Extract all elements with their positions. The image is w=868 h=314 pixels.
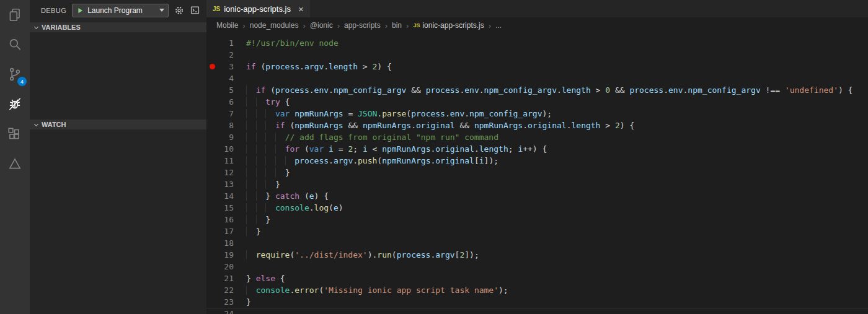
line-number: 13 xyxy=(218,178,246,190)
breakpoint-margin[interactable] xyxy=(206,49,218,61)
debug-console-icon[interactable] xyxy=(190,5,200,15)
vscode-window: 4 DEBUG xyxy=(0,0,868,314)
breakpoint-margin[interactable] xyxy=(206,273,218,284)
watch-section-body xyxy=(30,129,206,314)
code-line: 6 try { xyxy=(206,96,868,108)
line-number: 5 xyxy=(218,84,246,96)
js-file-icon: JS xyxy=(213,6,220,12)
line-number: 6 xyxy=(218,96,246,108)
code-line: 2 xyxy=(206,49,868,61)
breadcrumb-separator: › xyxy=(303,21,305,30)
breadcrumb-item[interactable]: Mobile xyxy=(216,21,238,30)
breakpoint-margin[interactable] xyxy=(206,308,218,314)
line-number: 7 xyxy=(218,108,246,120)
breakpoint-margin[interactable] xyxy=(206,190,218,202)
breadcrumb-item[interactable]: JSionic-app-scripts.js xyxy=(413,21,484,30)
code-line: 20 xyxy=(206,261,868,273)
close-icon[interactable]: × xyxy=(298,4,304,14)
breadcrumb-item[interactable]: ... xyxy=(495,21,502,30)
configure-gear-icon[interactable] xyxy=(174,6,184,15)
source-control-icon[interactable]: 4 xyxy=(0,59,30,89)
breadcrumb-item[interactable]: bin xyxy=(392,21,402,30)
chevron-down-icon xyxy=(34,24,38,28)
search-icon[interactable] xyxy=(0,30,30,59)
variables-section-label: VARIABLES xyxy=(42,24,81,31)
code-line: 5 if (process.env.npm_config_argv && pro… xyxy=(206,84,868,96)
line-number: 24 xyxy=(218,308,246,314)
line-number: 14 xyxy=(218,190,246,202)
variables-section-body xyxy=(30,32,206,120)
start-debug-icon xyxy=(76,7,84,14)
scm-badge: 4 xyxy=(17,77,27,86)
code-line: 8 if (npmRunArgs && npmRunArgs.original … xyxy=(206,120,868,131)
code-line: 24 xyxy=(206,308,868,314)
breadcrumb: Mobile›node_modules›@ionic›app-scripts›b… xyxy=(206,17,868,33)
breakpoint-margin[interactable] xyxy=(206,131,218,143)
code-line: 3if (process.argv.length > 2) { xyxy=(206,61,868,72)
breadcrumb-separator: › xyxy=(385,21,388,30)
code-line: 15 console.log(e) xyxy=(206,202,868,214)
code-line: 10 for (var i = 2; i < npmRunArgs.origin… xyxy=(206,143,868,155)
code-line: 4 xyxy=(206,72,868,84)
code-line: 9 // add flags from original "npm run" c… xyxy=(206,131,868,143)
breadcrumb-separator: › xyxy=(406,21,409,30)
breadcrumb-item[interactable]: @ionic xyxy=(310,21,333,30)
breakpoint-margin[interactable] xyxy=(206,296,218,308)
debug-toolbar: DEBUG Launch Program xyxy=(30,0,206,20)
breadcrumb-item[interactable]: app-scripts xyxy=(344,21,381,30)
extensions-icon[interactable] xyxy=(0,119,30,149)
code-line: 13 } xyxy=(206,178,868,190)
breakpoint-margin[interactable] xyxy=(206,120,218,131)
breakpoint-margin[interactable] xyxy=(206,37,218,49)
watch-section-label: WATCH xyxy=(42,121,66,128)
breakpoint-margin[interactable] xyxy=(206,84,218,96)
code-line: 23} xyxy=(206,296,868,308)
breadcrumb-item[interactable]: node_modules xyxy=(250,21,299,30)
line-number: 18 xyxy=(218,237,246,249)
breakpoint-margin[interactable] xyxy=(206,249,218,261)
js-file-icon: JS xyxy=(413,22,420,28)
editor-group: JS ionic-app-scripts.js × Mobile›node_mo… xyxy=(206,0,868,314)
breakpoint[interactable] xyxy=(206,61,218,72)
variables-section-header[interactable]: VARIABLES xyxy=(30,22,206,32)
breakpoint-margin[interactable] xyxy=(206,214,218,225)
breadcrumb-separator: › xyxy=(242,21,245,30)
code-line: 19 require('../dist/index').run(process.… xyxy=(206,249,868,261)
line-number: 10 xyxy=(218,143,246,155)
line-number: 19 xyxy=(218,249,246,261)
breakpoint-margin[interactable] xyxy=(206,284,218,296)
line-number: 2 xyxy=(218,49,246,61)
explorer-icon[interactable] xyxy=(0,0,30,30)
breakpoint-margin[interactable] xyxy=(206,155,218,167)
line-number: 16 xyxy=(218,214,246,225)
code-line: 14 } catch (e) { xyxy=(206,190,868,202)
breakpoint-margin[interactable] xyxy=(206,167,218,178)
code-line: 18 xyxy=(206,237,868,249)
code-line: 16 } xyxy=(206,214,868,225)
watch-section-header[interactable]: WATCH xyxy=(30,120,206,129)
launch-config-dropdown[interactable]: Launch Program xyxy=(72,4,169,17)
breakpoint-margin[interactable] xyxy=(206,178,218,190)
breakpoint-margin[interactable] xyxy=(206,108,218,120)
line-number: 20 xyxy=(218,261,246,273)
code-editor[interactable]: 1#!/usr/bin/env node23if (process.argv.l… xyxy=(206,33,868,314)
line-number: 11 xyxy=(218,155,246,167)
line-number: 21 xyxy=(218,273,246,284)
triangle-extension-icon[interactable] xyxy=(0,149,30,178)
breakpoint-margin[interactable] xyxy=(206,72,218,84)
breakpoint-margin[interactable] xyxy=(206,96,218,108)
breakpoint-margin[interactable] xyxy=(206,202,218,214)
breadcrumb-separator: › xyxy=(489,21,491,30)
line-number: 23 xyxy=(218,296,246,308)
launch-config-name: Launch Program xyxy=(87,6,143,15)
tab-ionic-app-scripts[interactable]: JS ionic-app-scripts.js × xyxy=(206,0,310,17)
line-number: 15 xyxy=(218,202,246,214)
breakpoint-margin[interactable] xyxy=(206,225,218,237)
code-line: 17 } xyxy=(206,225,868,237)
breakpoint-margin[interactable] xyxy=(206,261,218,273)
debug-icon[interactable] xyxy=(0,89,30,119)
breakpoint-margin[interactable] xyxy=(206,237,218,249)
code-line: 7 var npmRunArgs = JSON.parse(process.en… xyxy=(206,108,868,120)
line-number: 1 xyxy=(218,37,246,49)
breakpoint-margin[interactable] xyxy=(206,143,218,155)
